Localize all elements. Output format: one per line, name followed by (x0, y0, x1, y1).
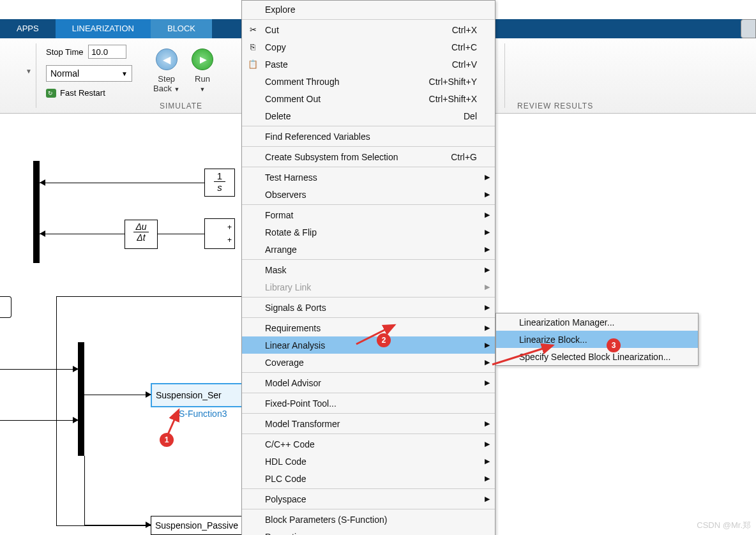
watermark: CSDN @Mr.郑 (697, 520, 751, 531)
menu-item-label: Cut (265, 25, 279, 35)
chevron-down-icon: ▼ (121, 70, 128, 77)
panel-toggle[interactable] (741, 19, 756, 38)
menu-shortcut: Ctrl+X (452, 25, 477, 35)
menu-item-explore[interactable]: Explore (242, 1, 495, 18)
menu-item-format[interactable]: Format▶ (242, 206, 495, 223)
menu-item-label: Copy (265, 42, 286, 52)
menu-item-label: Format (265, 210, 293, 220)
menu-item-test-harness[interactable]: Test Harness▶ (242, 169, 495, 186)
submenu-arrow-icon: ▶ (485, 303, 490, 312)
menu-item-label: Find Referenced Variables (265, 132, 370, 142)
submenu-arrow-icon: ▶ (485, 495, 490, 503)
menu-item-fixed-point-tool[interactable]: Fixed-Point Tool... (242, 395, 495, 412)
menu-item-label: Linear Analysis (265, 340, 325, 350)
integrator-block[interactable]: 1 s (204, 169, 235, 197)
menu-item-find-referenced-variables[interactable]: Find Referenced Variables (242, 128, 495, 145)
sfunction-label: S-Function3 (179, 409, 227, 419)
simulate-section-label: SIMULATE (160, 102, 202, 110)
simulation-mode-select[interactable]: Normal ▼ (46, 65, 132, 82)
menu-item-label: HDL Code (265, 456, 306, 467)
menu-item-label: Observers (265, 190, 306, 200)
run-button[interactable]: ▶ Run▼ (192, 49, 213, 93)
menu-item-c-c-code[interactable]: C/C++ Code▶ (242, 435, 495, 453)
menu-item-paste[interactable]: 📋PasteCtrl+V (242, 56, 495, 73)
menu-item-label: Properties... (265, 532, 313, 536)
stop-time-row: Stop Time (46, 45, 126, 59)
menu-item-label: Library Link (265, 282, 311, 292)
menu-item-label: Block Parameters (S-Function) (265, 515, 387, 525)
menu-item-block-parameters-s-function[interactable]: Block Parameters (S-Function) (242, 511, 495, 528)
fast-restart-label: Fast Restart (60, 88, 105, 98)
menu-item-label: Linearization Manager... (519, 317, 614, 328)
simulation-mode-value: Normal (50, 68, 79, 79)
menu-item-signals-ports[interactable]: Signals & Ports▶ (242, 299, 495, 316)
tab-block[interactable]: BLOCK (151, 19, 212, 38)
menu-item-model-advisor[interactable]: Model Advisor▶ (242, 374, 495, 391)
submenu-arrow-icon: ▶ (485, 457, 490, 465)
submenu-arrow-icon: ▶ (485, 474, 490, 483)
fast-restart-toggle[interactable]: ↻ Fast Restart (46, 88, 105, 98)
menu-item-mask[interactable]: Mask▶ (242, 261, 495, 278)
arrow-icon (73, 366, 79, 372)
menu-shortcut: Del (464, 111, 477, 121)
sfunction-block-label: Suspension_Ser (156, 390, 222, 400)
toolbar-dropdown[interactable]: ▼ (26, 68, 32, 75)
callout-1: 1 (160, 433, 174, 447)
submenu-arrow-icon: ▶ (485, 211, 490, 219)
tab-apps[interactable]: APPS (0, 19, 56, 38)
menu-item-observers[interactable]: Observers▶ (242, 186, 495, 203)
menu-icon: ✂ (247, 25, 259, 34)
arrow-icon (146, 522, 151, 528)
integrator-num: 1 (205, 170, 234, 181)
menu-item-library-link: Library Link▶ (242, 278, 495, 296)
arrow-icon (146, 391, 151, 398)
menu-shortcut: Ctrl+G (451, 152, 477, 162)
menu-item-label: Signals & Ports (265, 303, 326, 313)
fast-restart-icon: ↻ (46, 89, 56, 98)
step-back-button[interactable]: ◀ Step Back ▼ (153, 49, 179, 94)
deriv-num: Δu (125, 222, 157, 232)
menu-item-delete[interactable]: DeleteDel (242, 107, 495, 124)
play-icon: ▶ (192, 49, 213, 70)
menu-item-copy[interactable]: ⎘CopyCtrl+C (242, 38, 495, 56)
menu-item-rotate-flip[interactable]: Rotate & Flip▶ (242, 223, 495, 241)
menu-item-cut[interactable]: ✂CutCtrl+X (242, 21, 495, 38)
menu-item-polyspace[interactable]: Polyspace▶ (242, 490, 495, 508)
callout-arrow-3 (489, 342, 559, 368)
menu-item-properties[interactable]: Properties... (242, 528, 495, 535)
menu-item-hdl-code[interactable]: HDL Code▶ (242, 453, 495, 470)
menu-item-coverage[interactable]: Coverage▶ (242, 354, 495, 371)
menu-item-create-subsystem-from-selection[interactable]: Create Subsystem from SelectionCtrl+G (242, 148, 495, 165)
arrow-icon (73, 417, 79, 423)
menu-item-label: Comment Through (265, 77, 339, 87)
menu-item-label: Paste (265, 59, 288, 70)
mux-bar-left[interactable] (33, 161, 40, 263)
stop-time-label: Stop Time (46, 47, 84, 57)
menu-icon: ⎘ (247, 42, 259, 52)
menu-item-label: Delete (265, 111, 291, 121)
integrator-den: s (205, 182, 234, 193)
submenu-arrow-icon: ▶ (485, 379, 490, 387)
derivative-block[interactable]: Δu Δt (125, 220, 158, 249)
menu-item-comment-through[interactable]: Comment ThroughCtrl+Shift+Y (242, 73, 495, 90)
review-section-label: REVIEW RESULTS (517, 102, 593, 110)
menu-item-label: Rotate & Flip (265, 227, 317, 237)
submenu-arrow-icon: ▶ (485, 228, 490, 236)
mux-bar-inner[interactable] (78, 342, 84, 456)
menu-item-comment-out[interactable]: Comment OutCtrl+Shift+X (242, 90, 495, 107)
menu-item-label: Mask (265, 265, 286, 275)
tab-linearization[interactable]: LINEARIZATION (56, 19, 151, 38)
menu-item-model-transformer[interactable]: Model Transformer▶ (242, 415, 495, 432)
arrow-icon (40, 230, 45, 237)
menu-item-plc-code[interactable]: PLC Code▶ (242, 470, 495, 487)
submenu-item-linearization-manager[interactable]: Linearization Manager... (496, 313, 698, 331)
callout-3: 3 (607, 338, 621, 352)
menu-item-arrange[interactable]: Arrange▶ (242, 241, 495, 258)
step-back-icon: ◀ (156, 49, 178, 70)
sum-block[interactable]: + + (204, 218, 235, 249)
submenu-arrow-icon: ▶ (485, 245, 490, 253)
outport[interactable] (0, 296, 11, 318)
stop-time-input[interactable] (88, 45, 126, 59)
menu-item-label: Model Advisor (265, 378, 321, 388)
svg-line-2 (492, 345, 553, 365)
